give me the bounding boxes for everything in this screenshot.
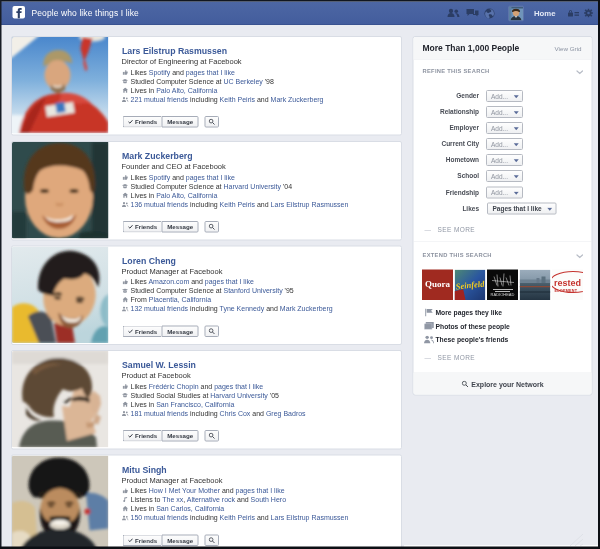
svg-text:ELOPMENT: ELOPMENT <box>555 289 578 293</box>
svg-text:RADIOHEAD: RADIOHEAD <box>491 292 515 297</box>
svg-text:rested: rested <box>554 278 581 288</box>
